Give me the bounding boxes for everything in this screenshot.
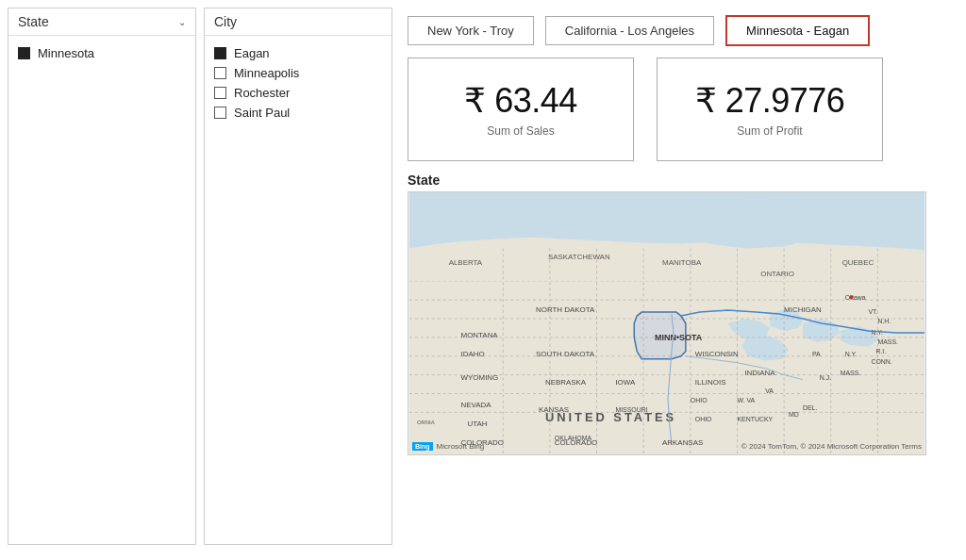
kpi-card-sales: ₹ 63.44 Sum of Sales — [408, 58, 634, 161]
svg-text:WYOMING: WYOMING — [461, 373, 499, 382]
city-item-label-minneapolis: Minneapolis — [234, 66, 299, 80]
kpi-card-profit: ₹ 27.9776 Sum of Profit — [657, 58, 883, 161]
kpi-profit-label: Sum of Profit — [737, 124, 802, 138]
svg-text:SASKATCHEWAN: SASKATCHEWAN — [548, 253, 610, 261]
state-filter-panel: State ⌄ Minnesota — [8, 8, 196, 545]
city-filter-panel: City Eagan Minneapolis Rochester Saint — [204, 8, 392, 545]
svg-text:INDIANA: INDIANA — [744, 369, 775, 377]
map-credits-left-text: Microsoft Bing — [437, 442, 485, 451]
svg-text:UNITED STATES: UNITED STATES — [545, 410, 676, 424]
svg-text:ONTARIO: ONTARIO — [760, 270, 794, 278]
svg-text:ARKANSAS: ARKANSAS — [662, 438, 703, 447]
city-filter-item-minneapolis[interactable]: Minneapolis — [214, 63, 382, 83]
svg-text:MANITOBA: MANITOBA — [662, 258, 702, 267]
svg-text:IOWA: IOWA — [615, 378, 636, 387]
svg-text:Ottawa: Ottawa — [845, 294, 866, 301]
svg-text:IDAHO: IDAHO — [461, 350, 485, 358]
svg-point-47 — [850, 295, 854, 299]
state-filter-label: State — [18, 14, 49, 29]
svg-text:MASS.: MASS. — [877, 338, 898, 345]
svg-text:R.I.: R.I. — [875, 348, 886, 354]
city-item-label-eagan: Eagan — [234, 46, 270, 60]
svg-text:SOUTH DAKOTA: SOUTH DAKOTA — [536, 350, 595, 358]
svg-text:N.H.: N.H. — [877, 318, 891, 324]
state-filter-body: Minnesota — [8, 36, 195, 71]
city-filter-label: City — [214, 14, 237, 29]
svg-text:UTAH: UTAH — [468, 420, 488, 428]
city-filter-item-saintpaul[interactable]: Saint Paul — [214, 103, 382, 123]
svg-text:W. VA: W. VA — [737, 397, 755, 404]
kpi-row: ₹ 63.44 Sum of Sales ₹ 27.9776 Sum of Pr… — [408, 58, 951, 161]
svg-text:QUEBEC: QUEBEC — [842, 258, 874, 267]
city-filter-header[interactable]: City — [205, 8, 391, 36]
city-item-label-rochester: Rochester — [234, 86, 290, 100]
svg-text:ALBERTA: ALBERTA — [449, 258, 483, 267]
svg-text:NEVADA: NEVADA — [461, 401, 492, 409]
tab-row: New York - Troy California - Los Angeles… — [408, 11, 951, 46]
map-container[interactable]: MINN•SOTA MONTANA NORTH DAKOTA SOUTH DAK… — [408, 191, 926, 455]
svg-text:OHIO: OHIO — [695, 416, 712, 422]
svg-text:KENTUCKY: KENTUCKY — [737, 416, 773, 422]
svg-text:MASS.: MASS. — [841, 370, 861, 376]
state-filter-item[interactable]: Minnesota — [18, 43, 186, 63]
tab-newyork-troy[interactable]: New York - Troy — [408, 16, 534, 45]
svg-text:NORTH DAKOTA: NORTH DAKOTA — [536, 305, 595, 314]
city-filter-item-rochester[interactable]: Rochester — [214, 83, 382, 103]
svg-text:N.Y.: N.Y. — [845, 351, 858, 357]
map-title: State — [408, 173, 951, 188]
svg-text:OHIO: OHIO — [691, 397, 708, 404]
svg-text:WISCONSIN: WISCONSIN — [695, 350, 739, 358]
city-filter-body: Eagan Minneapolis Rochester Saint Paul — [205, 36, 391, 130]
svg-text:CONN.: CONN. — [871, 358, 891, 365]
state-item-label-minnesota: Minnesota — [38, 46, 94, 60]
state-chevron-icon: ⌄ — [178, 17, 186, 27]
svg-text:ORNIA: ORNIA — [417, 420, 435, 425]
kpi-sales-label: Sum of Sales — [487, 124, 554, 138]
state-checkbox-minnesota[interactable] — [18, 47, 30, 59]
svg-text:ILLINOIS: ILLINOIS — [695, 378, 726, 387]
city-checkbox-minneapolis[interactable] — [214, 67, 226, 79]
svg-text:MINN•SOTA: MINN•SOTA — [655, 333, 703, 342]
city-checkbox-saintpaul[interactable] — [214, 107, 226, 119]
svg-text:N.J.: N.J. — [820, 374, 831, 381]
map-section: State — [408, 173, 951, 455]
map-svg: MINN•SOTA MONTANA NORTH DAKOTA SOUTH DAK… — [408, 192, 925, 454]
svg-text:VA: VA — [765, 387, 774, 394]
svg-text:PA: PA — [812, 351, 821, 357]
svg-text:MONTANA: MONTANA — [461, 331, 499, 339]
state-filter-header[interactable]: State ⌄ — [8, 8, 195, 36]
svg-text:NEBRASKA: NEBRASKA — [545, 378, 587, 387]
map-credits-right: © 2024 TomTom, © 2024 Microsoft Corporat… — [741, 442, 922, 451]
svg-text:MD: MD — [789, 411, 799, 418]
svg-text:VT.: VT. — [868, 308, 877, 315]
city-checkbox-rochester[interactable] — [214, 87, 226, 99]
kpi-profit-value: ₹ 27.9776 — [695, 81, 845, 121]
right-content: New York - Troy California - Los Angeles… — [400, 8, 958, 552]
tab-minnesota-eagan[interactable]: Minnesota - Eagan — [725, 15, 870, 46]
tab-california-losangeles[interactable]: California - Los Angeles — [545, 16, 714, 45]
svg-text:DEL.: DEL. — [803, 404, 817, 411]
svg-text:MICHIGAN: MICHIGAN — [784, 305, 822, 314]
kpi-sales-value: ₹ 63.44 — [464, 81, 577, 121]
city-filter-item-eagan[interactable]: Eagan — [214, 43, 382, 63]
city-item-label-saintpaul: Saint Paul — [234, 106, 290, 120]
map-credits-left: Bing Microsoft Bing — [412, 442, 484, 451]
svg-text:OKLAHOMA: OKLAHOMA — [555, 435, 592, 441]
city-checkbox-eagan[interactable] — [214, 47, 226, 59]
